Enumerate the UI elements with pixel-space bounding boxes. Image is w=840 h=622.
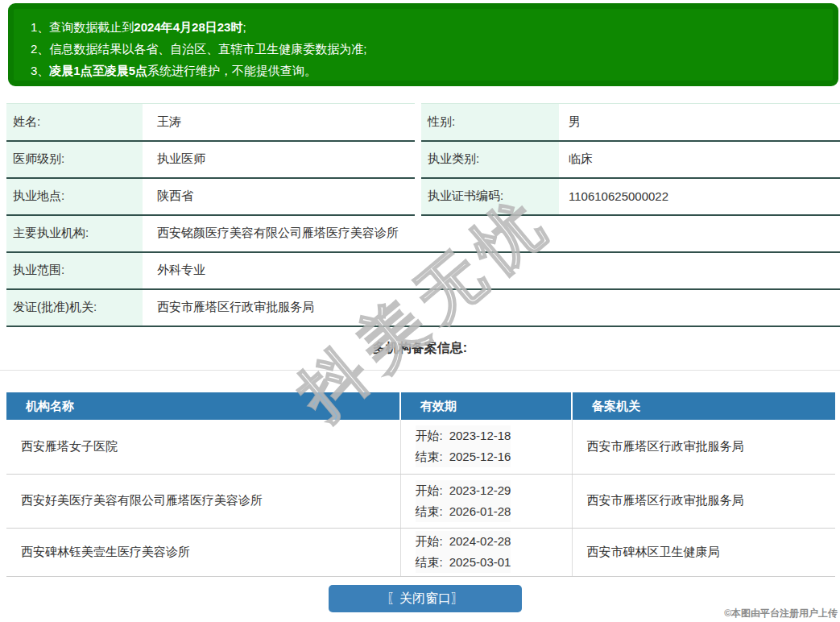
end-date-label: 结束: [416,555,443,569]
record-institution-name: 西安碑林钰美壹生医疗美容诊所 [6,528,400,576]
field-label-name: 姓名: [3,104,143,141]
notice-box: 1、查询数据截止到2024年4月28日23时; 2、信息数据结果以各省、自治区、… [8,3,838,86]
close-window-button[interactable]: 〖关闭窗口〗 [329,585,522,612]
table-row: 姓名: 王涛 性别: 男 [3,104,840,141]
end-date-value: 2025-03-01 [449,555,511,569]
column-header-validity: 有效期 [400,392,572,420]
table-row: 执业范围: 外科专业 [3,252,840,289]
field-value-main-institution: 西安铭颜医疗美容有限公司雁塔医疗美容诊所 [143,215,840,252]
start-date-value: 2023-12-18 [449,429,511,442]
start-date-value: 2023-12-29 [449,483,511,497]
field-value-certificate-no: 110610625000022 [559,178,840,215]
notice-line-3: 3、凌晨1点至凌晨5点系统进行维护，不能提供查询。 [31,60,825,81]
end-date-value: 2025-12-16 [449,450,511,463]
field-label-main-institution: 主要执业机构: [3,215,143,252]
end-date-value: 2026-01-28 [449,504,511,518]
notice-line-2: 2、信息数据结果以各省、自治区、直辖市卫生健康委数据为准; [31,38,825,60]
record-validity: 开始:2023-12-18 结束:2025-12-16 [400,420,572,474]
field-label-practice-category: 执业类别: [418,141,559,178]
field-label-certificate-no: 执业证书编码: [418,178,559,215]
end-date-label: 结束: [416,450,443,463]
table-row: 西安碑林钰美壹生医疗美容诊所 开始:2024-02-28 结束:2025-03-… [6,528,835,576]
end-date-label: 结束: [416,504,443,518]
field-value-practice-scope: 外科专业 [143,252,840,289]
field-label-doctor-level: 医师级别: [3,141,143,178]
field-label-practice-location: 执业地点: [3,178,143,215]
table-row: 执业地点: 陕西省 执业证书编码: 110610625000022 [3,178,840,215]
copyright-note: ©本图由平台注册用户上传 [724,607,838,620]
field-value-doctor-level: 执业医师 [143,141,418,178]
start-date-label: 开始: [416,429,443,442]
field-label-issuing-authority: 发证(批准)机关: [3,289,143,326]
start-date-label: 开始: [416,483,443,497]
record-validity: 开始:2023-12-29 结束:2026-01-28 [400,474,572,528]
table-row: 发证(批准)机关: 西安市雁塔区行政审批服务局 [3,289,840,326]
record-authority: 西安市碑林区卫生健康局 [572,528,835,576]
start-date-label: 开始: [416,534,443,548]
table-row: 医师级别: 执业医师 执业类别: 临床 [3,141,840,178]
multi-institution-section-title: 多机构备案信息: [0,329,840,371]
field-value-gender: 男 [559,104,840,141]
records-header-row: 机构名称 有效期 备案机关 [6,392,835,420]
multi-institution-records-table: 机构名称 有效期 备案机关 西安雁塔女子医院 开始:2023-12-18 结束:… [6,392,835,577]
table-row: 西安好美医疗美容有限公司雁塔医疗美容诊所 开始:2023-12-29 结束:20… [6,474,835,528]
record-authority: 西安市雁塔区行政审批服务局 [572,474,835,528]
field-label-practice-scope: 执业范围: [3,252,143,289]
notice-line-1: 1、查询数据截止到2024年4月28日23时; [31,16,825,38]
table-row: 主要执业机构: 西安铭颜医疗美容有限公司雁塔医疗美容诊所 [3,215,840,252]
field-value-name: 王涛 [143,104,418,141]
record-validity: 开始:2024-02-28 结束:2025-03-01 [400,528,572,576]
field-value-issuing-authority: 西安市雁塔区行政审批服务局 [143,289,840,326]
practitioner-info-table: 姓名: 王涛 性别: 男 医师级别: 执业医师 执业类别: 临床 执业地点: 陕… [0,103,840,327]
field-label-gender: 性别: [418,104,559,141]
table-row: 西安雁塔女子医院 开始:2023-12-18 结束:2025-12-16 西安市… [6,420,835,474]
field-value-practice-location: 陕西省 [143,178,418,215]
start-date-value: 2024-02-28 [449,534,511,548]
record-institution-name: 西安雁塔女子医院 [6,420,400,474]
record-authority: 西安市雁塔区行政审批服务局 [572,420,835,474]
field-value-practice-category: 临床 [559,141,840,178]
column-header-institution: 机构名称 [6,392,400,420]
column-header-authority: 备案机关 [572,392,835,420]
record-institution-name: 西安好美医疗美容有限公司雁塔医疗美容诊所 [6,474,400,528]
